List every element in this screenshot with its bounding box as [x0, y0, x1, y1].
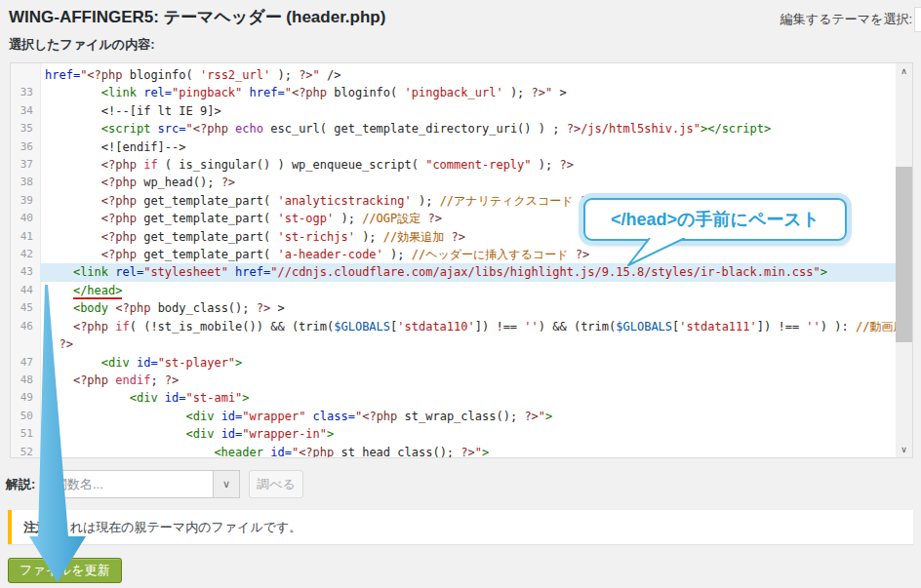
code-line[interactable]: 49 <div id="st-ami"> [11, 389, 896, 407]
editor-scrollbar[interactable]: ∧ ∨ [896, 63, 912, 457]
code-line[interactable]: 38 <?php wp_head(); ?> [11, 174, 896, 191]
code-line[interactable]: 37 <?php if ( is_singular() ) wp_enqueue… [11, 156, 896, 174]
line-number: 43 [11, 263, 40, 281]
code-line[interactable]: 52 <header id="<?php st_head_class(); ?>… [11, 444, 896, 458]
code-line[interactable]: 44 </head> [11, 282, 896, 299]
line-number: 40 [11, 210, 40, 227]
line-number: 39 [11, 192, 40, 210]
code-line[interactable]: 47 <div id="st-player"> [11, 354, 896, 372]
code-line[interactable]: 45 <body <?php body_class(); ?> > [11, 299, 896, 317]
line-number: 37 [11, 156, 40, 174]
line-number: 41 [11, 228, 40, 246]
theme-select-label: 編集するテーマを選択: [781, 11, 912, 28]
theme-select-dropdown-partial[interactable] [914, 7, 921, 32]
code-rows[interactable]: href="<?php bloginfo( 'rss2_url' ); ?>" … [11, 66, 896, 458]
scrollbar-up-icon[interactable]: ∧ [896, 63, 912, 79]
code-editor[interactable]: href="<?php bloginfo( 'rss2_url' ); ?>" … [10, 62, 913, 458]
line-number: 35 [11, 120, 40, 137]
code-line[interactable]: 46 <?php if( (!st_is_mobile()) && (trim(… [11, 318, 896, 335]
code-line[interactable]: href="<?php bloginfo( 'rss2_url' ); ?>" … [11, 66, 896, 84]
code-line[interactable]: 36 <![endif]--> [11, 138, 896, 156]
notice-text: これは現在の親テーマ内のファイルです。 [57, 519, 301, 536]
notice-bar: 注意: これは現在の親テーマ内のファイルです。 [8, 510, 913, 544]
line-number: 33 [11, 84, 40, 101]
file-contents-label: 選択したファイルの内容: [9, 36, 154, 54]
paste-arrow-annotation [23, 281, 92, 585]
code-line[interactable]: 48 <?php endif; ?> [11, 372, 896, 389]
lookup-button[interactable]: 調べる [249, 470, 303, 498]
scrollbar-thumb[interactable] [896, 167, 912, 342]
code-line[interactable]: 51 <div id="wrapper-in"> [11, 425, 896, 443]
scrollbar-down-icon[interactable]: ∨ [896, 442, 912, 457]
code-line[interactable]: 35 <script src="<?php echo esc_url( get_… [11, 120, 896, 137]
code-line[interactable]: 42 <?php get_template_part( 'a-header-co… [11, 246, 896, 263]
line-number: 42 [11, 246, 40, 263]
callout-tail [622, 238, 691, 269]
line-number: 34 [11, 102, 40, 120]
line-number: 38 [11, 174, 40, 191]
code-line[interactable]: 50 <div id="wrapper" class="<?php st_wra… [11, 408, 896, 425]
line-number [11, 66, 40, 84]
paste-callout-bubble: </head>の手前にペースト [583, 198, 847, 241]
code-line[interactable]: 43 <link rel="stylesheet" href="//cdnjs.… [11, 263, 896, 281]
chevron-down-icon[interactable]: ∨ [213, 471, 239, 497]
line-number: 36 [11, 138, 40, 156]
page-title: WING-AFFINGER5: テーマヘッダー (header.php) [9, 6, 385, 28]
code-line[interactable]: 34 <!--[if lt IE 9]> [11, 102, 896, 120]
code-line[interactable]: 33 <link rel="pingback" href="<?php blog… [11, 84, 896, 101]
code-line[interactable]: ?> [11, 335, 896, 353]
